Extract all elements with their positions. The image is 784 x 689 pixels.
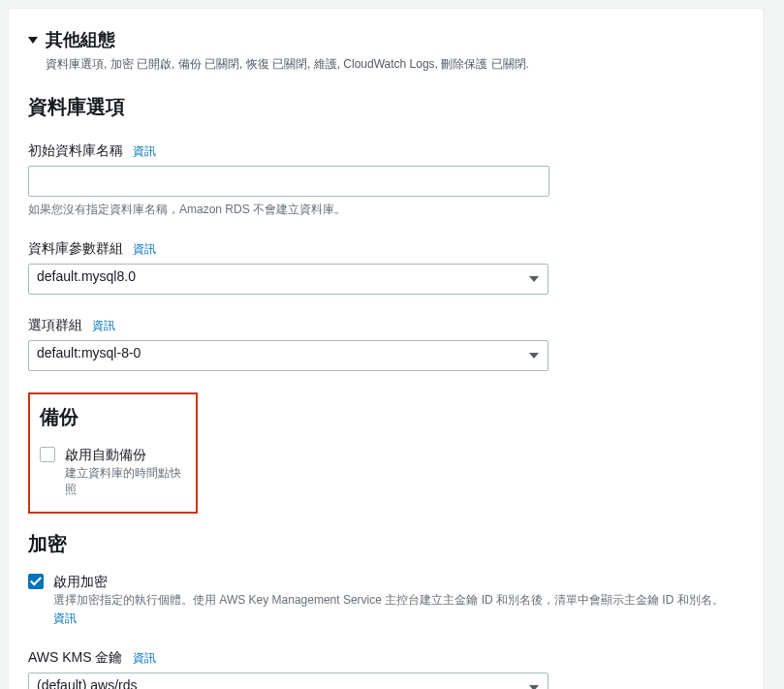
initial-db-name-input[interactable] (28, 166, 549, 197)
option-group-info-link[interactable]: 資訊 (92, 319, 115, 332)
backup-heading: 備份 (40, 404, 186, 430)
enable-encryption-desc: 選擇加密指定的執行個體。使用 AWS Key Management Servic… (53, 593, 724, 607)
enable-encryption-row: 啟用加密 選擇加密指定的執行個體。使用 AWS Key Management S… (28, 573, 743, 627)
encryption-heading: 加密 (28, 531, 743, 557)
kms-key-field: AWS KMS 金鑰 資訊 (default) aws/rds (28, 648, 743, 689)
db-options-heading: 資料庫選項 (28, 94, 743, 120)
caret-down-icon (28, 37, 38, 44)
kms-key-info-link[interactable]: 資訊 (133, 651, 156, 665)
enable-encryption-info-link[interactable]: 資訊 (53, 611, 743, 627)
encryption-section: 加密 啟用加密 選擇加密指定的執行個體。使用 AWS Key Managemen… (28, 531, 743, 689)
enable-backup-checkbox[interactable] (40, 447, 55, 462)
enable-encryption-checkbox[interactable] (28, 574, 44, 589)
initial-db-name-helper: 如果您沒有指定資料庫名稱，Amazon RDS 不會建立資料庫。 (28, 202, 743, 218)
option-group-select[interactable]: default:mysql-8-0 (28, 340, 549, 371)
panel-title: 其他組態 (46, 28, 115, 51)
param-group-select[interactable]: default.mysql8.0 (28, 264, 549, 295)
initial-db-name-info-link[interactable]: 資訊 (133, 144, 156, 158)
param-group-info-link[interactable]: 資訊 (133, 242, 156, 256)
kms-key-select[interactable]: (default) aws/rds (28, 673, 549, 689)
option-group-label: 選項群組 (28, 317, 82, 334)
collapsible-header[interactable]: 其他組態 (28, 28, 743, 51)
option-group-field: 選項群組 資訊 default:mysql-8-0 (28, 316, 743, 371)
enable-encryption-label: 啟用加密 (53, 573, 743, 590)
enable-backup-label: 啟用自動備份 (65, 446, 186, 463)
enable-backup-desc: 建立資料庫的時間點快照 (65, 465, 186, 498)
panel-subtitle: 資料庫選項, 加密 已開啟, 備份 已關閉, 恢復 已關閉, 維護, Cloud… (46, 55, 743, 73)
initial-db-name-label: 初始資料庫名稱 (28, 142, 123, 160)
param-group-field: 資料庫參數群組 資訊 default.mysql8.0 (28, 239, 743, 295)
backup-highlight-box: 備份 啟用自動備份 建立資料庫的時間點快照 (28, 392, 198, 514)
param-group-label: 資料庫參數群組 (28, 240, 123, 258)
kms-key-label: AWS KMS 金鑰 (28, 649, 123, 667)
initial-db-name-field: 初始資料庫名稱 資訊 如果您沒有指定資料庫名稱，Amazon RDS 不會建立資… (28, 141, 743, 218)
enable-backup-row: 啟用自動備份 建立資料庫的時間點快照 (40, 446, 186, 498)
additional-config-panel: 其他組態 資料庫選項, 加密 已開啟, 備份 已關閉, 恢復 已關閉, 維護, … (8, 8, 764, 689)
